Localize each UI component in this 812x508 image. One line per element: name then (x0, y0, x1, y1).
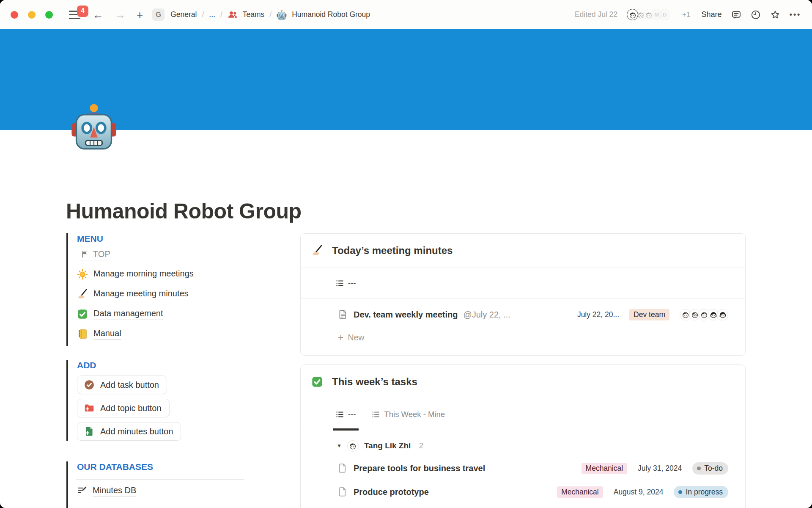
teams-icon (228, 10, 238, 20)
list-pencil-icon (77, 486, 88, 496)
minutes-view-tab[interactable]: --- (336, 268, 356, 298)
page-icon (337, 487, 348, 497)
notion-window: 4 ← → + G General / ... / Teams / Humano… (0, 0, 812, 508)
green-check-icon (311, 376, 323, 388)
breadcrumb-current-page[interactable]: Humanoid Robot Group (292, 10, 370, 19)
breadcrumb-teams[interactable]: Teams (243, 10, 265, 19)
ledger-icon (77, 329, 88, 340)
folder-plus-icon (84, 403, 95, 414)
status-dot (678, 490, 682, 494)
collapse-caret-icon[interactable]: ▼ (337, 443, 342, 449)
meeting-date: July 22, 20... (577, 310, 619, 319)
due-date: July 31, 2024 (638, 464, 682, 473)
new-meeting-button[interactable]: + New (301, 327, 745, 348)
task-row[interactable]: Prepare tools for business travel Mechan… (301, 457, 745, 479)
forward-button[interactable]: → (115, 9, 126, 20)
history-clock-icon[interactable] (751, 10, 761, 20)
green-check-icon (77, 309, 88, 320)
add-heading: ADD (77, 360, 181, 371)
tasks-view-tab-default[interactable]: --- (336, 399, 356, 430)
more-options-button[interactable]: ••• (790, 10, 801, 19)
minutes-view-tabs: --- (301, 268, 745, 299)
flag-icon (80, 250, 89, 259)
status-dot (697, 467, 701, 470)
meeting-title: Dev. team weekly meeting (354, 310, 458, 320)
list-view-icon (336, 410, 344, 419)
assignee-avatar (347, 440, 359, 452)
add-minutes-button[interactable]: Add minutes button (77, 422, 181, 441)
robot-page-icon-small (277, 10, 287, 20)
menu-heading: MENU (77, 233, 194, 244)
menu-item-manage-morning-meetings[interactable]: Manage morning meetings (77, 268, 194, 280)
sun-icon (77, 269, 88, 280)
plus-icon: + (338, 333, 343, 342)
meeting-row[interactable]: Dev. team weekly meeting @July 22, ... J… (301, 302, 745, 327)
avatar-overflow-count[interactable]: +1 (682, 11, 690, 19)
page-icon (337, 463, 348, 473)
category-tag: Mechanical (557, 486, 603, 498)
menu-item-manual[interactable]: Manual (77, 328, 121, 340)
edited-timestamp[interactable]: Edited Jul 22 (575, 10, 617, 19)
workspace-chip[interactable]: G (152, 8, 165, 21)
list-view-icon (372, 410, 380, 419)
avatar (717, 309, 728, 320)
add-section: ADD Add task button Add topic button Add… (66, 360, 181, 441)
new-tab-button[interactable]: + (137, 9, 143, 20)
page-title: Humanoid Robot Group (66, 199, 302, 224)
list-view-icon (336, 279, 344, 287)
breadcrumb-general[interactable]: General (170, 10, 197, 19)
databases-heading: OUR DATABASES (77, 461, 244, 472)
meeting-minutes-card: Today’s meeting minutes --- Dev. team we… (300, 233, 746, 356)
robot-page-icon[interactable] (70, 103, 118, 151)
status-badge: In progress (674, 486, 728, 498)
titlebar-right: Edited Jul 22 M D +1 Share ••• (575, 9, 801, 20)
menu-item-data-management[interactable]: Data management (77, 308, 163, 320)
file-plus-icon (84, 426, 95, 437)
avatar[interactable] (627, 9, 638, 20)
breadcrumb: General / ... / Teams / Humanoid Robot G… (170, 10, 370, 20)
add-topic-button[interactable]: Add topic button (77, 399, 170, 417)
minimize-window-button[interactable] (28, 11, 36, 19)
meeting-minutes-card-header: Today’s meeting minutes (301, 234, 745, 268)
database-item-minutes-db[interactable]: Minutes DB (77, 485, 136, 497)
databases-section: OUR DATABASES Minutes DB (66, 461, 244, 508)
divider (76, 479, 244, 480)
due-date: August 9, 2024 (614, 488, 664, 497)
page-icon (338, 309, 348, 320)
writing-hand-icon (77, 289, 88, 300)
task-row[interactable]: Produce prototype Mechanical August 9, 2… (301, 481, 745, 503)
status-badge: To-do (692, 462, 728, 475)
tasks-view-tab-this-week-mine[interactable]: This Week - Mine (372, 399, 445, 430)
add-task-button[interactable]: Add task button (77, 375, 167, 394)
back-button[interactable]: ← (93, 9, 104, 20)
window-controls (11, 11, 53, 19)
menu-section: MENU TOP Manage morning meetings Manage … (66, 233, 194, 346)
writing-hand-icon (311, 245, 323, 257)
menu-item-top[interactable]: TOP (80, 249, 110, 260)
group-count: 2 (419, 441, 423, 450)
sidebar-toggle-button[interactable]: 4 (69, 10, 82, 20)
task-title: Prepare tools for business travel (354, 464, 485, 473)
date-mention: @July 22, ... (463, 310, 510, 320)
meeting-minutes-card-title: Today’s meeting minutes (332, 245, 453, 257)
category-tag: Mechanical (582, 463, 628, 474)
breadcrumb-ellipsis[interactable]: ... (209, 10, 215, 19)
assignee-group-row: ▼ Tang Lik Zhi 2 (301, 436, 745, 456)
notification-badge: 4 (77, 6, 88, 17)
comments-icon[interactable] (731, 10, 741, 20)
titlebar: 4 ← → + G General / ... / Teams / Humano… (0, 0, 812, 29)
menu-item-manage-meeting-minutes[interactable]: Manage meeting minutes (77, 288, 189, 300)
avatar[interactable]: D (659, 9, 670, 20)
favorite-star-icon[interactable] (770, 10, 780, 20)
team-tag: Dev team (629, 309, 669, 320)
attendee-avatars (680, 309, 728, 320)
share-button[interactable]: Share (701, 10, 721, 19)
assignee-name: Tang Lik Zhi (364, 441, 411, 450)
tasks-card-title: This week’s tasks (332, 376, 417, 388)
task-title: Produce prototype (354, 487, 429, 497)
page-cover (0, 29, 812, 130)
close-window-button[interactable] (11, 11, 18, 19)
zoom-window-button[interactable] (45, 11, 53, 19)
viewer-avatars: M D (627, 9, 670, 20)
tasks-view-tabs: --- This Week - Mine (301, 399, 745, 430)
